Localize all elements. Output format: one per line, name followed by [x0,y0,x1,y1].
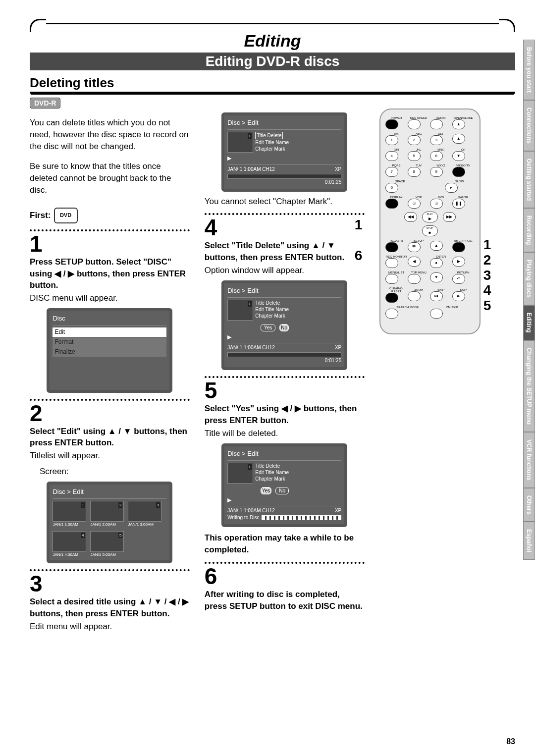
disc-menu-title: Disc [53,314,166,325]
em-yes-3: Yes [261,487,271,494]
titlelist-osd: Disc > Edit 1JAN/1 1:00AM 2JAN/1 2:00AM … [47,482,172,564]
em-tc-2: 0:01:25 [227,357,341,364]
edit-menu-osd-2: Disc > Edit 1 Title Delete Edit Title Na… [221,280,347,371]
em-side2b: Edit Title Name [255,307,289,312]
sub-title: Editing DVD-R discs [30,53,515,70]
em-writing: Writing to Disc [227,514,259,521]
step5-head: Select "Yes" using ◀ / ▶ buttons, then p… [205,403,365,427]
callout-left-1: 1 6 [355,217,363,263]
disc-icon: DVD [54,208,78,223]
intro-text-1: You can delete titles which you do not n… [30,117,190,152]
page-title: Editing [30,31,515,51]
em-no-2: No [279,324,289,331]
tl-cap-3: JAN/1 3:00AM [128,522,161,527]
step3-sub: Edit menu will appear. [30,621,190,633]
em-thumb-2: 1 [248,301,252,307]
em-thumb-1: 1 [248,133,252,139]
tl-cap-4: JAN/1 4:00AM [53,552,86,557]
edit-menu-osd-3: Disc > Edit 1 Title Delete Edit Title Na… [221,443,347,528]
step2-head: Select "Edit" using ▲ / ▼ buttons, then … [30,426,190,449]
disc-menu-edit: Edit [53,327,166,337]
tl-cap-2: JAN/1 2:00AM [90,522,124,527]
step3-head: Select a desired title using ▲ / ▼ / ◀ /… [30,596,190,620]
step6-number: 6 [205,565,365,588]
em-no-3: No [275,487,289,494]
tl-cap-1: JAN/1 1:00AM [53,522,86,527]
disc-menu-finalize: Finalize [53,347,166,357]
step6-head: After writing to disc is completed, pres… [205,589,365,612]
first-label: First: [30,210,51,221]
page-number: 83 [506,737,515,746]
tl-cap-5: JAN/1 5:00AM [90,552,124,557]
step5-sub: Title will be deleted. [205,428,365,439]
disc-menu-format: Format [53,337,166,347]
em-side1a: Title Delete [255,132,283,139]
em-header-2: Disc > Edit [227,286,341,298]
disc-menu-osd: Disc Edit Format Finalize [47,308,172,393]
column-2: Disc > Edit 1 Title Delete Edit Title Na… [205,108,365,637]
em-foot-r2: XP [335,344,341,351]
intro-text-2: Be sure to know that the titles once del… [30,161,190,196]
em-thumb-3: 1 [248,464,252,470]
step4-sub: Option window will appear. [205,265,365,276]
em-side3c: Chapter Mark [255,476,285,482]
remote-diagram: POWERREC SPEEDAUDIOOPEN/CLOSE▲ @/.1ABC2D… [379,108,481,334]
em-tc-1: 0:01:25 [227,179,341,186]
em-foot-r1: XP [335,166,341,173]
em-side2a: Title Delete [255,300,280,306]
em-foot-r3: XP [335,507,341,514]
em-side1c: Chapter Mark [255,146,285,152]
step4-number: 4 [205,216,365,239]
step2-number: 2 [30,402,190,425]
step3-number: 3 [30,572,190,595]
em-side2c: Chapter Mark [255,313,285,319]
tl-4: 4 [81,533,85,538]
step3-note: You cannot select "Chapter Mark". [205,196,365,208]
callout-right: 1 2 3 4 5 [483,237,491,314]
em-side3a: Title Delete [255,463,280,469]
step2-sub: Titlelist will appear. [30,450,190,462]
step4-head: Select "Title Delete" using ▲ / ▼ button… [205,240,365,264]
titlelist-header: Disc > Edit [53,487,166,499]
step5-number: 5 [205,379,365,402]
tl-1: 1 [81,502,85,508]
em-side3b: Edit Title Name [255,470,289,475]
section-title: Deleting titles [30,75,515,94]
em-foot-l1: JAN/ 1 1:00AM CH12 [227,166,275,173]
em-foot-l2: JAN/ 1 1:00AM CH12 [227,344,275,351]
em-header-1: Disc > Edit [227,118,341,130]
em-header-3: Disc > Edit [227,449,341,461]
step1-sub: DISC menu will appear. [30,292,190,304]
tl-5: 5 [118,533,122,538]
step2-screen: Screen: [30,466,190,478]
tl-3: 3 [156,502,160,508]
tl-2: 2 [118,502,122,508]
column-3: 1 6 POWERREC SPEEDAUDIOOPEN/CLOSE▲ @/.1A… [379,108,515,637]
em-yes-2: Yes [261,324,275,331]
step1-number: 1 [30,232,190,255]
dvd-r-badge: DVD-R [30,98,60,108]
step5-note: This operation may take a while to be co… [205,532,365,556]
em-side1b: Edit Title Name [255,140,289,145]
column-1: You can delete titles which you do not n… [30,108,190,637]
edit-menu-osd-1: Disc > Edit 1 Title Delete Edit Title Na… [221,112,347,192]
step1-head: Press SETUP button. Select "DISC" using … [30,256,190,291]
em-foot-l3: JAN/ 1 1:00AM CH12 [227,507,275,514]
